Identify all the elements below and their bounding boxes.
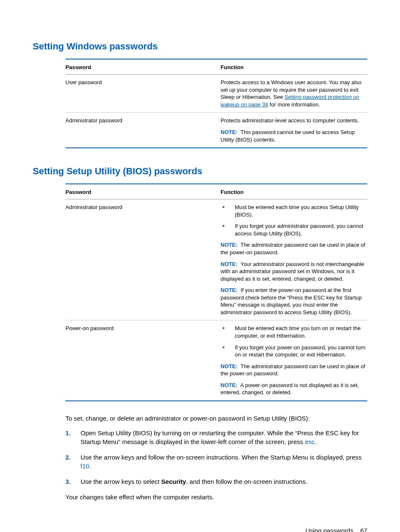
th-function: Function [221,64,367,71]
text: Protects administrator-level access to c… [221,117,367,124]
step-item: 1. Open Setup Utility (BIOS) by turning … [65,429,367,446]
step-number: 1. [65,429,71,437]
note-text: This password cannot be used to access S… [221,129,355,143]
cell-function: Protects access to a Windows user accoun… [221,79,367,108]
list-item: Must be entered each time you turn on or… [221,325,367,339]
table-bios-passwords: Password Function Administrator password… [65,183,367,401]
step-number: 2. [65,453,71,462]
steps-list: 1. Open Setup Utility (BIOS) by turning … [65,429,367,486]
step-text: . [315,438,317,445]
note-text: Your administrator password is not inter… [221,261,364,282]
outro-paragraph: Your changes take effect when the comput… [65,493,367,501]
cell-password-name: Administrator password [65,204,221,316]
heading-windows-passwords: Setting Windows passwords [33,40,367,53]
note-text: A power-on password is not displayed as … [221,382,359,396]
key-esc: esc [305,438,314,445]
note: NOTE: This password cannot be used to ac… [221,129,367,143]
footer-section: Using passwords [305,527,353,532]
bullet-list: Must be entered each time you turn on or… [221,325,367,358]
note-text: The administrator password can be used i… [221,363,365,377]
intro-paragraph: To set, change, or delete an administrat… [65,414,367,423]
cell-function: Must be entered each time you access Set… [221,204,367,316]
step-text: Use the arrow keys and follow the on-scr… [81,454,361,461]
table-header-row: Password Function [65,184,367,200]
footer-page-number: 67 [360,527,367,532]
note-text: The administrator password can be used i… [221,242,365,256]
note: NOTE: If you enter the power-on password… [221,287,367,316]
key-f10: f10 [81,462,89,470]
list-item: If you forget your administrator passwor… [221,222,367,237]
cell-function: Must be entered each time you turn on or… [221,325,367,396]
note: NOTE: A power-on password is not display… [221,382,367,396]
th-function: Function [221,189,367,196]
list-item: If you forget your power-on password, yo… [221,344,367,359]
th-password: Password [65,64,221,71]
table-row: Administrator password Must be entered e… [65,199,367,320]
cell-password-name: User password [65,79,221,108]
heading-bios-passwords: Setting Setup Utility (BIOS) passwords [33,165,367,178]
note-text: If you enter the power-on password at th… [221,287,362,315]
note-label: NOTE: [221,382,237,388]
note: NOTE: Your administrator password is not… [221,261,367,283]
cell-function: Protects administrator-level access to c… [221,117,367,143]
note-label: NOTE: [221,287,237,293]
cell-password-name: Administrator password [65,117,221,143]
step-text: . [89,462,91,470]
step-text: , and then follow the on-screen instruct… [186,478,307,485]
note: NOTE: The administrator password can be … [221,241,367,256]
table-row: Power-on password Must be entered each t… [65,320,367,400]
step-text: Use the arrow keys to select [81,478,161,485]
bullet-list: Must be entered each time you access Set… [221,204,367,237]
body-content: To set, change, or delete an administrat… [65,414,367,501]
table-row: Administrator password Protects administ… [65,113,367,147]
table-header-row: Password Function [65,59,367,75]
step-number: 3. [65,477,71,486]
table-row: User password Protects access to a Windo… [65,75,367,113]
cell-password-name: Power-on password [65,325,221,396]
th-password: Password [65,189,221,196]
page-footer: Using passwords 67 [33,527,367,532]
note-label: NOTE: [221,363,237,369]
text: for more information. [268,101,320,108]
note-label: NOTE: [221,242,237,248]
note-label: NOTE: [221,261,237,267]
step-text: Open Setup Utility (BIOS) by turning on … [81,429,359,445]
note: NOTE: The administrator password can be … [221,363,367,377]
step-item: 3. Use the arrow keys to select Security… [65,477,367,486]
note-label: NOTE: [221,129,237,135]
list-item: Must be entered each time you access Set… [221,204,367,218]
table-windows-passwords: Password Function User password Protects… [65,59,367,148]
step-item: 2. Use the arrow keys and follow the on-… [65,453,367,470]
bold-security: Security [161,478,186,485]
